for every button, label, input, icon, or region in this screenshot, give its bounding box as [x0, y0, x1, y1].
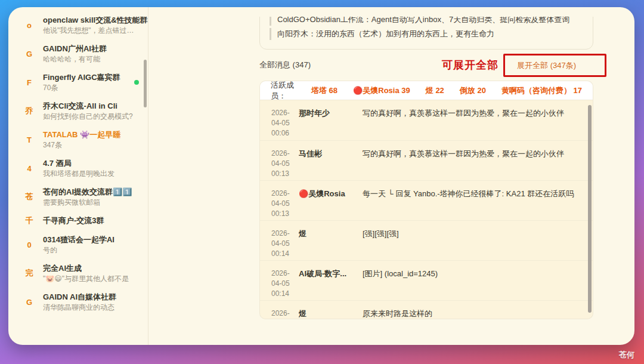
screenshot-root: o openclaw skill交流&性技能群 他说"我先想想"，差点错过了全 …: [0, 0, 644, 364]
group-text: 乔木Cli交流-All in Cli 如何找到你自己的交易模式?: [43, 101, 133, 121]
message-sender: 煜: [299, 309, 355, 319]
group-text: 0314猹话会一起学AI 号的: [43, 235, 114, 255]
summary-box: ColdGO+Obsidian工作流：Agent自动写入inbox、7天自动归类…: [259, 17, 593, 50]
message-content: 原来来时路是这样的: [363, 309, 577, 319]
message-sender: 煜: [299, 229, 355, 260]
group-avatar-letter: 苍: [23, 192, 36, 202]
group-title: 千寻商户-交流3群: [43, 215, 104, 226]
sidebar-scroll-area[interactable]: o openclaw skill交流&性技能群 他说"我先想想"，差点错过了全 …: [8, 17, 148, 345]
annotation-text: 可展开全部: [442, 58, 499, 72]
active-member[interactable]: 塔塔 68: [311, 85, 338, 96]
group-last-message: "🐷😄"与群里其他人都不是: [43, 274, 129, 283]
active-member[interactable]: 🔴吴燠Rosia 39: [353, 85, 410, 96]
active-member[interactable]: 倒放 20: [460, 85, 486, 96]
message-time: 2026-04-05 00:13: [271, 189, 299, 220]
sidebar-group-item[interactable]: 完 完全AI生成 "🐷😄"与群里其他人都不是: [8, 259, 148, 288]
active-member[interactable]: 煜 22: [426, 85, 444, 96]
all-messages-label: 全部消息 (347): [259, 60, 311, 70]
group-title: 完全AI生成: [43, 263, 129, 274]
group-text: GAIDN AI自媒体社群 清华陈晶聊商业的动态: [43, 292, 116, 312]
active-members-bar: 活跃成员： 塔塔 68🔴吴燠Rosia 39煜 22倒放 20黄啊码（咨询付费）…: [259, 81, 593, 100]
sidebar-group-item[interactable]: 4 4.7 酒局 我和塔塔都是明晚出发: [8, 154, 148, 183]
message-row[interactable]: 2026-04-05 00:14 AI破局-数字... [图片] (local_…: [260, 260, 593, 300]
message-row[interactable]: 2026-04-05 00:13 🔴吴燠Rosia 每一天 └ 回复 Yanbo…: [260, 180, 593, 220]
message-content: [图片] (local_id=1245): [363, 269, 577, 300]
group-last-message: 哈哈哈哈，有可能: [43, 54, 107, 64]
message-time: 2026-04-05 00:14: [271, 229, 299, 260]
group-text: GAIDN广州AI社群 哈哈哈哈，有可能: [43, 44, 107, 64]
unread-dot-icon: [134, 80, 139, 85]
message-row[interactable]: 2026-04-05 煜 原来来时路是这样的: [260, 300, 593, 319]
message-content: 写的真好啊，真羡慕这样一群因为热爱，聚在一起的小伙伴: [363, 108, 577, 140]
sidebar-scrollbar[interactable]: [144, 60, 147, 107]
active-members-label: 活跃成员：: [271, 80, 304, 101]
group-title: TATALAB 👾一起早睡: [43, 129, 120, 140]
sidebar-group-item[interactable]: 乔 乔木Cli交流-All in Cli 如何找到你自己的交易模式?: [8, 97, 148, 125]
group-avatar-letter: T: [23, 135, 36, 144]
message-list: 2026-04-05 00:06 那时年少 写的真好啊，真羡慕这样一群因为热爱，…: [259, 100, 593, 319]
active-member[interactable]: 黄啊码（咨询付费） 17: [501, 85, 582, 96]
group-text: 完全AI生成 "🐷😄"与群里其他人都不是: [43, 263, 129, 283]
sidebar-group-item[interactable]: o openclaw skill交流&性技能群 他说"我先想想"，差点错过了全: [8, 17, 148, 39]
group-last-message: 他说"我先想想"，差点错过了全: [43, 26, 137, 35]
sidebar-group-item[interactable]: F Fingerfly AIGC嘉宾群 70条: [8, 68, 148, 97]
group-avatar-letter: 0: [23, 240, 36, 249]
message-time: 2026-04-05: [271, 309, 299, 319]
group-title: 4.7 酒局: [43, 158, 114, 169]
sidebar-group-item[interactable]: 0 0314猹话会一起学AI 号的: [8, 230, 148, 259]
group-title: 乔木Cli交流-All in Cli: [43, 101, 133, 112]
message-sender: AI破局-数字...: [299, 269, 355, 300]
message-time: 2026-04-05 00:13: [271, 149, 299, 180]
group-text: TATALAB 👾一起早睡 347条: [43, 129, 120, 150]
message-content: 写的真好啊，真羡慕这样一群因为热爱，聚在一起的小伙伴: [363, 149, 577, 180]
messages-scrollbar[interactable]: [588, 105, 592, 313]
group-last-message: 70条: [43, 83, 120, 92]
sidebar-group-item[interactable]: 千 千寻商户-交流3群: [8, 211, 148, 230]
group-title: GAIDN广州AI社群: [43, 44, 107, 54]
message-row[interactable]: 2026-04-05 00:06 那时年少 写的真好啊，真羡慕这样一群因为热爱，…: [260, 100, 593, 140]
annotation-highlight-box: 展开全部 (347条): [503, 54, 606, 77]
message-row[interactable]: 2026-04-05 00:13 马佳彬 写的真好啊，真羡慕这样一群因为热爱，聚…: [260, 140, 593, 180]
group-last-message: 如何找到你自己的交易模式?: [43, 112, 133, 121]
sidebar-group-item[interactable]: 苍 苍何的AI提效交流群1️⃣1️⃣ 需要购买微软邮箱: [8, 183, 148, 211]
group-avatar-letter: G: [23, 298, 36, 307]
group-avatar-letter: 完: [23, 268, 36, 279]
sidebar-group-item[interactable]: G GAIDN AI自媒体社群 清华陈晶聊商业的动态: [8, 288, 148, 316]
group-text: 千寻商户-交流3群: [43, 215, 104, 226]
group-avatar-letter: 4: [23, 164, 36, 173]
message-sender: 🔴吴燠Rosia: [299, 189, 355, 220]
sidebar-group-list: o openclaw skill交流&性技能群 他说"我先想想"，差点错过了全 …: [8, 17, 148, 316]
group-avatar-letter: o: [23, 21, 36, 30]
messages-header-right: 可展开全部 展开全部 (347条): [442, 54, 606, 77]
group-last-message: 号的: [43, 245, 114, 255]
main-scroll-area[interactable]: ColdGO+Obsidian工作流：Agent自动写入inbox、7天自动归类…: [259, 17, 608, 345]
summary-quote-line: 向阳乔木：没用的东西（艺术）加到有用的东西上，更有生命力: [270, 28, 583, 40]
group-text: 4.7 酒局 我和塔塔都是明晚出发: [43, 158, 114, 178]
group-title: 苍何的AI提效交流群1️⃣1️⃣: [43, 187, 132, 198]
summary-quote-line: ColdGO+Obsidian工作流：Agent自动写入inbox、7天自动归类…: [270, 17, 583, 26]
group-last-message: 347条: [43, 140, 120, 150]
group-avatar-letter: 千: [23, 215, 36, 226]
group-avatar-letter: F: [23, 78, 36, 87]
group-title: openclaw skill交流&性技能群: [43, 17, 137, 26]
message-row[interactable]: 2026-04-05 00:14 煜 [强][强][强]: [260, 220, 593, 260]
group-last-message: 清华陈晶聊商业的动态: [43, 303, 116, 312]
message-content: [强][强][强]: [363, 229, 577, 260]
message-time: 2026-04-05 00:06: [271, 108, 299, 140]
group-text: 苍何的AI提效交流群1️⃣1️⃣ 需要购买微软邮箱: [43, 187, 132, 207]
sidebar-group-item[interactable]: G GAIDN广州AI社群 哈哈哈哈，有可能: [8, 39, 148, 68]
expand-all-link[interactable]: 展开全部 (347条): [517, 61, 576, 70]
message-sender: 马佳彬: [299, 149, 355, 180]
active-members-list: 塔塔 68🔴吴燠Rosia 39煜 22倒放 20黄啊码（咨询付费） 17: [304, 85, 582, 96]
messages-panel: 活跃成员： 塔塔 68🔴吴燠Rosia 39煜 22倒放 20黄啊码（咨询付费）…: [259, 81, 593, 319]
sidebar: o openclaw skill交流&性技能群 他说"我先想想"，差点错过了全 …: [8, 7, 148, 345]
group-avatar-letter: 乔: [23, 106, 36, 116]
message-time: 2026-04-05 00:14: [271, 269, 299, 300]
sidebar-group-item[interactable]: T TATALAB 👾一起早睡 347条: [8, 125, 148, 154]
message-content: 每一天 └ 回复 Yanbo.-塔神你已经很棒了: KA21 群还在活跃吗: [363, 189, 577, 220]
group-last-message: 需要购买微软邮箱: [43, 198, 132, 207]
group-title: 0314猹话会一起学AI: [43, 235, 114, 245]
group-avatar-letter: G: [23, 50, 36, 58]
group-text: Fingerfly AIGC嘉宾群 70条: [43, 72, 120, 92]
group-title: GAIDN AI自媒体社群: [43, 292, 116, 303]
